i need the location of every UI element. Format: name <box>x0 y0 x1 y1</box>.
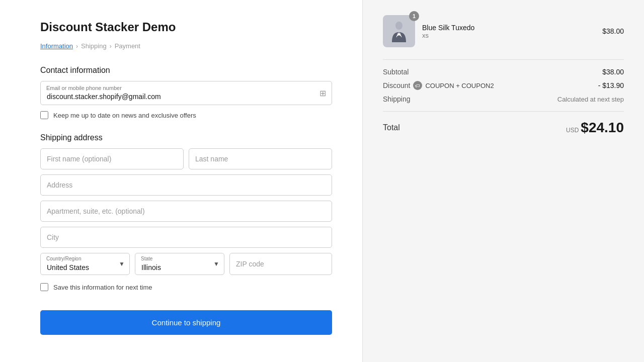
product-image-svg <box>388 20 410 42</box>
divider-1 <box>383 59 624 60</box>
newsletter-checkbox[interactable] <box>40 111 48 119</box>
product-info: Blue Silk Tuxedo xs <box>422 24 595 39</box>
shipping-value: Calculated at next step <box>557 96 624 103</box>
breadcrumb-payment: Payment <box>115 42 140 50</box>
breadcrumb-sep-1: › <box>76 43 78 50</box>
breadcrumb-shipping: Shipping <box>81 42 107 50</box>
product-badge: 1 <box>409 11 419 21</box>
discount-coupons: COUPON + COUPON2 <box>425 82 494 89</box>
breadcrumb: Information › Shipping › Payment <box>40 42 332 50</box>
breadcrumb-information[interactable]: Information <box>40 42 73 50</box>
product-image <box>383 15 415 47</box>
total-row: Total USD $24.10 <box>383 120 624 136</box>
contacts-icon: ⊞ <box>319 88 326 98</box>
discount-label-group: Discount 🏷 COUPON + COUPON2 <box>383 81 494 90</box>
app-title: Discount Stacker Demo <box>40 20 332 34</box>
apt-input[interactable] <box>40 201 332 222</box>
product-name: Blue Silk Tuxedo <box>422 24 595 32</box>
save-info-checkbox[interactable] <box>40 283 48 291</box>
state-select[interactable]: Illinois <box>135 253 224 275</box>
zip-input[interactable] <box>229 253 332 275</box>
newsletter-label[interactable]: Keep me up to date on news and exclusive… <box>53 112 196 119</box>
name-row <box>40 148 332 169</box>
save-info-label[interactable]: Save this information for next time <box>53 284 152 291</box>
discount-row: Discount 🏷 COUPON + COUPON2 - $13.90 <box>383 81 624 90</box>
total-right: USD $24.10 <box>566 120 624 136</box>
contact-heading: Contact information <box>40 66 332 75</box>
country-select-wrapper: Country/Region United States ▼ <box>40 253 130 275</box>
shipping-heading: Shipping address <box>40 133 332 142</box>
order-item: 1 Blue Silk Tuxedo xs $38.00 <box>383 15 624 47</box>
country-select[interactable]: United States <box>40 253 130 275</box>
right-panel: 1 Blue Silk Tuxedo xs $38.00 Subtotal $3… <box>362 0 644 362</box>
subtotal-value: $38.00 <box>602 68 624 76</box>
total-label: Total <box>383 123 400 132</box>
total-currency: USD <box>566 127 579 134</box>
state-select-wrapper: State Illinois ▼ <box>135 253 224 275</box>
product-variant: xs <box>422 32 595 39</box>
save-info-row: Save this information for next time <box>40 283 332 291</box>
email-field-wrapper: Email or mobile phone number ⊞ <box>40 81 332 105</box>
subtotal-label: Subtotal <box>383 68 409 76</box>
shipping-label: Shipping <box>383 95 411 103</box>
shipping-row: Shipping Calculated at next step <box>383 95 624 103</box>
subtotal-row: Subtotal $38.00 <box>383 68 624 76</box>
product-price: $38.00 <box>602 27 624 35</box>
newsletter-row: Keep me up to date on news and exclusive… <box>40 111 332 119</box>
first-name-input[interactable] <box>40 148 184 169</box>
left-panel: Discount Stacker Demo Information › Ship… <box>0 0 362 362</box>
city-input[interactable] <box>40 227 332 248</box>
breadcrumb-sep-2: › <box>110 43 112 50</box>
continue-to-shipping-button[interactable]: Continue to shipping <box>40 310 332 335</box>
product-image-wrapper: 1 <box>383 15 415 47</box>
discount-text-label: Discount <box>383 81 410 89</box>
email-input[interactable] <box>40 81 332 105</box>
svg-point-0 <box>395 22 403 30</box>
discount-value: - $13.90 <box>598 81 624 89</box>
discount-tag-icon: 🏷 <box>413 81 422 90</box>
address-input[interactable] <box>40 174 332 196</box>
location-row: Country/Region United States ▼ State Ill… <box>40 253 332 275</box>
total-amount: $24.10 <box>581 120 624 136</box>
last-name-input[interactable] <box>189 148 332 169</box>
divider-2 <box>383 111 624 112</box>
